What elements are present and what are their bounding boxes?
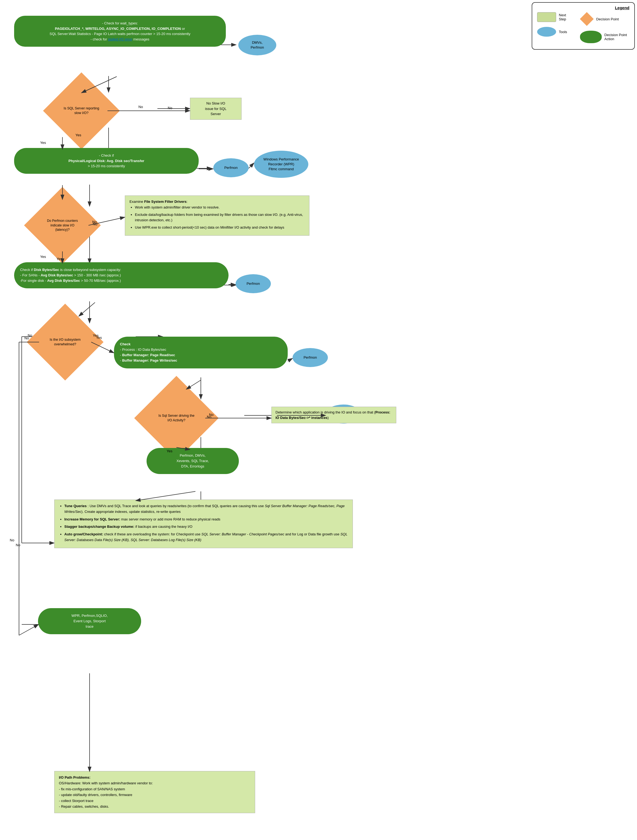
tune-bold-3: Stagger backups/change Backup volume: <box>64 524 134 529</box>
filter-drivers-content: Examine File System Filter Drivers: Work… <box>129 199 305 231</box>
decision3-wrap: Is the I/O subsystemoverwhelmed? <box>38 315 92 369</box>
cloud3-bold3: Avg Disk Bytes/Sec <box>47 279 80 283</box>
wait-types-bold: PAGEIOLATCH_*, WRITELOG, ASYNC_IO_COMPLE… <box>55 27 181 31</box>
decision4-label: Is Sql Server driving theI/O Activity? <box>147 388 206 448</box>
yes-text-d2: Yes <box>40 255 46 259</box>
top-cloud: - Check for wait_types: PAGEIOLATCH_*, W… <box>14 16 226 47</box>
tune-queries-box: Tune Queries : Use DMVs and SQL Trace an… <box>54 499 353 548</box>
tune-italic-2: SQL Server: Buffer Manager - Checkpoint … <box>201 532 284 536</box>
wpr-perfmon-cloud: WPR, Perfmon,SQLIO, Event Logs, Storport… <box>38 608 141 634</box>
decision4-text: Is Sql Server driving theI/O Activity? <box>159 414 195 423</box>
decision2-label: Do Perfmon countersindicate slow I/O(lat… <box>35 198 90 253</box>
tune-bullet-3: Stagger backups/change Backup volume: if… <box>64 524 348 529</box>
decision1-label: Is SQL Server reportingslow I/O? <box>54 84 109 138</box>
tune-bullet-4: Auto grow/Checkpoint: check if these are… <box>64 531 348 543</box>
no-label-5: No <box>16 543 20 547</box>
decision3-label: Is the I/O subsystemoverwhelmed? <box>38 315 92 369</box>
decision2-text: Do Perfmon countersindicate slow I/O(lat… <box>47 219 77 232</box>
no-label-2: No <box>93 222 98 226</box>
no-label-3: No <box>28 333 32 338</box>
dmvs-perfmon-oval: DMVs, Perfmon <box>238 35 276 55</box>
svg-line-31 <box>249 163 254 168</box>
wpr-perfmon-text: WPR, Perfmon,SQLIO, Event Logs, Storport… <box>71 614 108 628</box>
cloud4-text: Check - Process : IO Data Bytes/sec - Bu… <box>120 342 177 362</box>
cloud2-bold: Physical/Logical Disk: Avg. Disk sec/Tra… <box>68 159 144 163</box>
tune-bold-1: Tune Queries <box>64 504 87 508</box>
filter-drivers-box: Examine File System Filter Drivers: Work… <box>125 196 309 236</box>
determine-box: Determine which application is driving t… <box>271 407 396 423</box>
stalled-io-link[interactable]: stalled I/O error <box>108 37 132 41</box>
determine-text: Determine which application is driving t… <box>276 410 390 420</box>
perfmon3-oval: Perfmon <box>293 348 328 367</box>
no-text-d1: No <box>139 105 143 109</box>
tune-bold-2: Increase Memory for SQL Server: <box>64 517 120 521</box>
tune-bullet-2: Increase Memory for SQL Server: max serv… <box>64 516 348 522</box>
cloud3-bold1: Disk Bytes/Sec <box>34 268 59 272</box>
tune-bullet-1: Tune Queries : Use DMVs and SQL Trace an… <box>64 503 348 515</box>
no-label-4: No <box>207 415 211 419</box>
legend-next-step-shape <box>537 12 556 22</box>
cloud4-bold: Check <box>120 342 131 346</box>
perfmon3-label: Perfmon <box>303 355 317 360</box>
decision3-text: Is the I/O subsystemoverwhelmed? <box>50 338 80 347</box>
legend-tools-row: Tools <box>537 27 569 37</box>
cloud4-bold3: Buffer Manager: Page Writes/sec <box>122 358 177 362</box>
perfmon2-oval: Perfmon <box>236 274 271 293</box>
filter-bullet-3: Use WPR.exe to collect short-period(<10 … <box>135 225 305 231</box>
cloud2-text: - Check if Physical/Logical Disk: Avg. D… <box>68 153 144 168</box>
decision4-wrap: Is Sql Server driving theI/O Activity? <box>147 388 206 448</box>
perfmon1-label: Perfmon <box>224 165 238 170</box>
yes-text-d1: Yes <box>40 141 46 145</box>
top-cloud-text: - Check for wait_types: PAGEIOLATCH_*, W… <box>50 21 191 41</box>
legend-tools-label: Tools <box>559 30 567 34</box>
perfmon1-oval: Perfmon <box>213 158 249 177</box>
legend-decision-action-row: Decision Point Action <box>580 31 629 43</box>
cloud2: - Check if Physical/Logical Disk: Avg. D… <box>14 148 199 174</box>
no-label-1: No <box>168 106 172 110</box>
legend-box: Legend Next Step Tools Decision Point <box>532 2 635 50</box>
legend-decision-label: Decision Point <box>596 17 619 21</box>
legend-decision-shape <box>580 12 594 26</box>
legend-decision-action-shape <box>580 31 602 43</box>
legend-next-step-row: Next Step <box>537 12 569 22</box>
decision2-wrap: Do Perfmon countersindicate slow I/O(lat… <box>35 198 90 253</box>
cloud3-text: Check if Disk Bytes/Sec is close to/beyo… <box>20 268 121 283</box>
legend-decision-action-label: Decision Point Action <box>604 33 629 41</box>
perfmon-dmvs-cloud: Perfmon, DMVs, Xevents, SQL Trace, DTA, … <box>147 448 239 474</box>
cloud3-bold2: Avg Disk Bytes/sec <box>41 273 73 277</box>
cloud3: Check if Disk Bytes/Sec is close to/beyo… <box>14 262 229 288</box>
decision1-text: Is SQL Server reportingslow I/O? <box>64 106 99 116</box>
determine-bold: Process: IO Data Bytes/Sec->* instances <box>276 410 390 420</box>
tune-bold-4: Auto grow/Checkpoint: <box>64 532 103 536</box>
svg-line-36 <box>79 302 95 316</box>
perfmon-dmvs-text: Perfmon, DMVs, Xevents, SQL Trace, DTA, … <box>177 453 209 468</box>
no-branch-label: No <box>10 538 14 542</box>
legend-decision-row: Decision Point <box>580 12 629 26</box>
tune-queries-list: Tune Queries : Use DMVs and SQL Trace an… <box>64 503 348 543</box>
wpr-tool-oval: Windows Performance Recorder (WPR) Fltmc… <box>254 151 308 178</box>
filter-bullet-2: Exclude data/log/backup folders from bei… <box>135 212 305 223</box>
perfmon2-label: Perfmon <box>246 281 260 286</box>
svg-line-41 <box>288 358 293 361</box>
filter-bullet-1: Work with system admin/filter driver ven… <box>135 205 305 210</box>
yes-label-2: Yes <box>57 257 62 261</box>
legend-tools-shape <box>537 27 556 37</box>
no-slow-io-box: No Slow I/O issue for SQL Server <box>190 98 241 120</box>
decision1-wrap: Is SQL Server reportingslow I/O? <box>54 84 109 138</box>
cloud4-bold2: Buffer Manager: Page Read/sec <box>122 353 175 357</box>
svg-line-40 <box>19 624 39 635</box>
legend-title: Legend <box>537 5 629 10</box>
filter-bold: File System Filter Drivers <box>144 199 186 204</box>
tune-italic-1: Sql Server Buffer Manager: Page Reads/se… <box>64 504 345 514</box>
no-slow-io-text: No Slow I/O issue for SQL Server <box>205 101 227 116</box>
io-path-content: I/O Path Problems: OS/Hardware: Work wit… <box>59 775 251 810</box>
dmvs-perfmon-label: DMVs, Perfmon <box>251 40 264 50</box>
io-path-title: I/O Path Problems: <box>59 775 90 780</box>
io-path-box: I/O Path Problems: OS/Hardware: Work wit… <box>54 771 255 813</box>
cloud4: Check - Process : IO Data Bytes/sec - Bu… <box>114 337 288 368</box>
legend-next-step-label: Next Step <box>559 13 569 21</box>
wpr-tool-label: Windows Performance Recorder (WPR) Fltmc… <box>263 157 299 172</box>
yes-label-3: Yes <box>93 333 99 338</box>
svg-line-46 <box>136 491 196 501</box>
